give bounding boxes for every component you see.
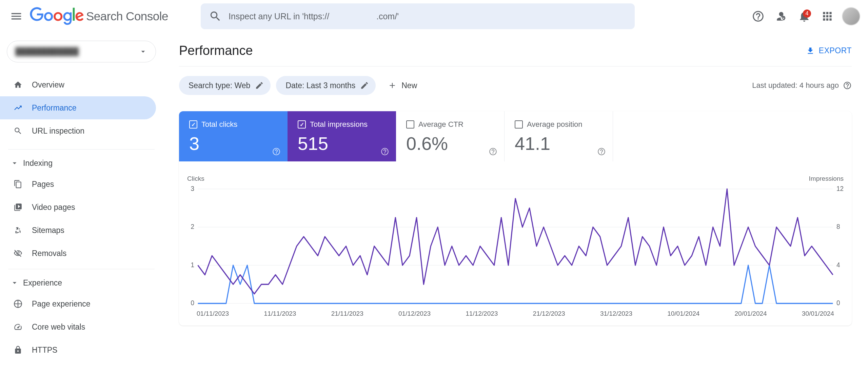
- nav-page-experience[interactable]: Page experience: [0, 292, 156, 315]
- svg-text:1: 1: [191, 261, 195, 269]
- group-label: Indexing: [23, 159, 53, 168]
- filter-date-range[interactable]: Date: Last 3 months: [276, 76, 376, 95]
- metric-average-ctr[interactable]: Average CTR 0.6%: [396, 111, 505, 161]
- property-name: ████████████: [15, 47, 79, 56]
- users-button[interactable]: [773, 8, 789, 24]
- help-icon[interactable]: [380, 147, 389, 156]
- google-search-console-logo: Search Console: [30, 7, 168, 25]
- nav-label: Removals: [32, 249, 66, 258]
- globe-icon: [14, 299, 22, 308]
- chevron-down-icon: [10, 159, 19, 168]
- apps-button[interactable]: [819, 8, 835, 24]
- checkbox-icon: [515, 120, 523, 129]
- help-button[interactable]: [750, 8, 766, 24]
- help-icon[interactable]: [597, 147, 606, 156]
- search-input[interactable]: [229, 12, 627, 21]
- nav-label: Pages: [32, 180, 54, 189]
- performance-chart: Clicks Impressions 001428312 01/11/20231…: [179, 161, 852, 326]
- edit-icon: [360, 81, 369, 90]
- nav-label: Core web vitals: [32, 322, 85, 332]
- visibility-off-icon: [14, 249, 22, 258]
- export-label: EXPORT: [819, 46, 852, 55]
- metric-value: 41.1: [515, 133, 603, 154]
- nav-group-indexing[interactable]: Indexing: [0, 154, 163, 173]
- nav-core-web-vitals[interactable]: Core web vitals: [0, 315, 156, 338]
- checkbox-icon: [406, 120, 414, 129]
- property-selector[interactable]: ████████████: [7, 41, 156, 62]
- chip-label: Search type: Web: [189, 81, 250, 90]
- menu-icon: [10, 10, 23, 23]
- nav-sitemaps[interactable]: Sitemaps: [0, 219, 156, 242]
- svg-text:3: 3: [191, 185, 195, 192]
- nav-label: Page experience: [32, 299, 91, 309]
- metric-total-clicks[interactable]: Total clicks 3: [179, 111, 288, 161]
- nav-label: Performance: [32, 103, 77, 113]
- search-icon: [14, 126, 22, 135]
- metric-value: 3: [189, 133, 277, 154]
- svg-text:8: 8: [836, 223, 840, 231]
- chart-canvas: 001428312: [187, 185, 844, 307]
- checkbox-icon: [189, 120, 197, 129]
- account-avatar[interactable]: [842, 7, 860, 25]
- nav-performance[interactable]: Performance: [0, 96, 156, 119]
- filter-search-type[interactable]: Search type: Web: [179, 76, 271, 95]
- dropdown-triangle-icon: [139, 47, 147, 56]
- nav-label: Sitemaps: [32, 226, 64, 235]
- notification-badge: 4: [803, 9, 811, 18]
- metric-label: Total impressions: [310, 120, 368, 129]
- page-title: Performance: [179, 43, 253, 58]
- nav-label: Overview: [32, 80, 64, 90]
- svg-text:0: 0: [836, 299, 840, 307]
- checkbox-icon: [298, 120, 306, 129]
- svg-text:12: 12: [836, 185, 844, 192]
- sidebar: ████████████ Overview Performance URL in…: [0, 33, 163, 392]
- nav-video-pages[interactable]: Video pages: [0, 196, 156, 219]
- help-icon[interactable]: [272, 147, 281, 156]
- download-icon: [806, 46, 815, 55]
- edit-icon: [255, 81, 264, 90]
- metric-total-impressions[interactable]: Total impressions 515: [288, 111, 396, 161]
- search-icon: [209, 10, 222, 23]
- svg-text:2: 2: [191, 223, 195, 231]
- group-label: Experience: [23, 278, 62, 288]
- help-icon: [752, 10, 765, 23]
- nav-pages[interactable]: Pages: [0, 173, 156, 196]
- last-updated: Last updated: 4 hours ago: [752, 81, 852, 90]
- person-settings-icon: [775, 10, 788, 23]
- home-icon: [14, 80, 22, 89]
- svg-text:4: 4: [836, 261, 840, 269]
- nav-url-inspection[interactable]: URL inspection: [0, 119, 156, 142]
- export-button[interactable]: EXPORT: [806, 46, 852, 55]
- metric-label: Average position: [527, 120, 583, 129]
- nav-label: HTTPS: [32, 346, 57, 355]
- help-icon[interactable]: [843, 81, 852, 90]
- video-icon: [14, 203, 22, 212]
- chevron-down-icon: [10, 278, 19, 287]
- metric-average-position[interactable]: Average position 41.1: [505, 111, 613, 161]
- nav-label: URL inspection: [32, 126, 84, 136]
- trending-icon: [14, 103, 22, 112]
- add-filter-button[interactable]: New: [381, 76, 424, 95]
- metric-value: 515: [298, 133, 386, 154]
- nav-https[interactable]: HTTPS: [0, 338, 156, 361]
- y-left-label: Clicks: [187, 175, 204, 182]
- product-name: Search Console: [86, 9, 168, 23]
- hamburger-menu-button[interactable]: [8, 8, 24, 24]
- apps-grid-icon: [821, 10, 834, 23]
- google-logo-icon: [30, 7, 84, 25]
- nav-removals[interactable]: Removals: [0, 242, 156, 265]
- speed-icon: [14, 322, 22, 331]
- add-new-label: New: [401, 81, 417, 90]
- metric-value: 0.6%: [406, 133, 494, 154]
- url-inspect-search[interactable]: [201, 3, 635, 29]
- plus-icon: [388, 81, 397, 90]
- metric-label: Total clicks: [201, 120, 237, 129]
- x-axis-ticks: 01/11/202311/11/202321/11/202301/12/2023…: [187, 307, 844, 317]
- notifications-button[interactable]: 4: [796, 8, 812, 24]
- nav-overview[interactable]: Overview: [0, 73, 156, 96]
- nav-group-experience[interactable]: Experience: [0, 273, 163, 292]
- pages-icon: [14, 180, 22, 189]
- chip-label: Date: Last 3 months: [285, 81, 355, 90]
- lock-icon: [14, 346, 22, 354]
- help-icon[interactable]: [489, 147, 497, 156]
